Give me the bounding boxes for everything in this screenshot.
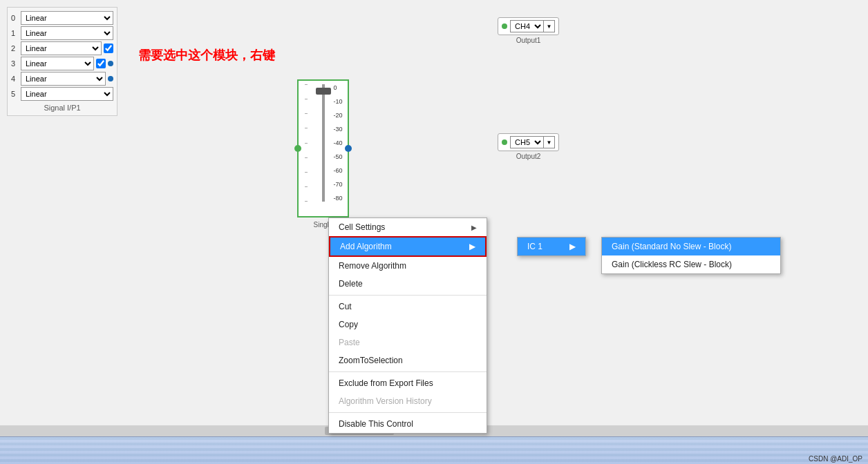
panel-row-1: 1 Linear xyxy=(11,26,113,40)
panel-row-0: 0 Linear xyxy=(11,11,113,25)
submenu-gain-clickless[interactable]: Gain (Clickless RC Slew - Block) xyxy=(602,255,780,273)
slider-label-8: -80 xyxy=(333,195,342,202)
row-checkbox-2[interactable] xyxy=(104,44,113,53)
row-select-3[interactable]: Linear xyxy=(21,57,94,70)
separator-1 xyxy=(329,295,487,296)
row-select-1[interactable]: Linear xyxy=(21,26,113,40)
add-algorithm-arrow: ▶ xyxy=(469,242,475,251)
output-block-2: CH5 ▼ Output2 xyxy=(498,133,559,160)
row-number-1: 1 xyxy=(11,29,21,37)
slider-container: 0 -10 -20 -30 -40 -50 -60 -70 -80 xyxy=(303,84,344,202)
output-name-1: Output1 xyxy=(516,37,541,44)
panel-row-2: 2 Linear xyxy=(11,41,113,55)
delete-label: Delete xyxy=(339,279,363,289)
context-menu-remove-algorithm[interactable]: Remove Algorithm xyxy=(329,257,487,275)
zoom-label: ZoomToSelection xyxy=(339,356,403,365)
submenu-ic1-item[interactable]: IC 1 ▶ xyxy=(518,238,585,255)
status-bar: CSDN @ADI_OP xyxy=(0,436,868,464)
context-menu-version: Algorithm Version History xyxy=(329,392,487,410)
cut-label: Cut xyxy=(339,302,352,311)
slider-label-4: -40 xyxy=(333,139,342,146)
version-label: Algorithm Version History xyxy=(339,396,432,406)
separator-3 xyxy=(329,412,487,413)
add-algorithm-label[interactable]: Add Algorithm ▶ xyxy=(330,238,485,255)
row-dot-3 xyxy=(108,61,113,66)
output-select-1[interactable]: CH4 xyxy=(510,20,544,32)
signal-connector-left xyxy=(294,145,301,152)
status-bar-stripes xyxy=(0,437,868,464)
context-menu-exclude[interactable]: Exclude from Export Files xyxy=(329,374,487,392)
copy-label: Copy xyxy=(339,320,358,329)
row-select-4[interactable]: Linear xyxy=(21,72,106,86)
ic1-label: IC 1 xyxy=(527,242,542,251)
panel-row-4: 4 Linear xyxy=(11,72,113,86)
output-select-2[interactable]: CH5 xyxy=(510,136,544,148)
slider-label-6: -60 xyxy=(333,167,342,174)
output-block-inner-1: CH4 ▼ xyxy=(498,17,559,35)
output-name-2: Output2 xyxy=(516,153,541,160)
output-block-inner-2: CH5 ▼ xyxy=(498,133,559,151)
slider-ticks-left xyxy=(305,84,308,202)
slider-label-0: 0 xyxy=(333,84,342,91)
row-number-5: 5 xyxy=(11,90,21,98)
ic1-arrow: ▶ xyxy=(569,242,576,251)
panel-row-3: 3 Linear xyxy=(11,57,113,70)
row-select-5[interactable]: Linear xyxy=(21,87,113,101)
row-number-0: 0 xyxy=(11,14,21,22)
signal-module[interactable]: 0 -10 -20 -30 -40 -50 -60 -70 -80 Single xyxy=(297,79,349,218)
slider-label-7: -70 xyxy=(333,181,342,188)
slider-track xyxy=(322,84,325,202)
output-block-1: CH4 ▼ Output1 xyxy=(498,17,559,44)
context-menu-disable[interactable]: Disable This Control xyxy=(329,415,487,433)
context-menu-paste: Paste xyxy=(329,334,487,351)
disable-label: Disable This Control xyxy=(339,419,413,429)
exclude-label: Exclude from Export Files xyxy=(339,378,433,388)
submenu-gain-standard[interactable]: Gain (Standard No Slew - Block) xyxy=(602,238,780,255)
slider-label-1: -10 xyxy=(333,98,342,105)
slider-label-5: -50 xyxy=(333,153,342,160)
slider-labels: 0 -10 -20 -30 -40 -50 -60 -70 -80 xyxy=(333,84,342,202)
submenu-ic1: IC 1 ▶ xyxy=(517,237,586,256)
row-select-0[interactable]: Linear xyxy=(21,11,113,25)
context-menu-copy[interactable]: Copy xyxy=(329,316,487,334)
output-dropdown-btn-2[interactable]: ▼ xyxy=(544,136,555,148)
cell-settings-label: Cell Settings xyxy=(339,222,385,232)
left-panel: 0 Linear 1 Linear 2 Linear 3 Linear xyxy=(7,7,117,116)
row-checkbox-3[interactable] xyxy=(96,59,106,68)
slider-label-2: -20 xyxy=(333,112,342,119)
gain-clickless-label: Gain (Clickless RC Slew - Block) xyxy=(612,260,732,269)
row-select-2[interactable]: Linear xyxy=(21,41,102,55)
slider-label-3: -30 xyxy=(333,126,342,133)
add-algorithm-text: Add Algorithm xyxy=(340,242,392,251)
canvas-area: 0 Linear 1 Linear 2 Linear 3 Linear xyxy=(0,0,868,464)
remove-algorithm-label: Remove Algorithm xyxy=(339,261,406,271)
output-connector-1 xyxy=(502,23,507,29)
row-number-2: 2 xyxy=(11,44,21,52)
context-menu-zoom[interactable]: ZoomToSelection xyxy=(329,351,487,369)
separator-2 xyxy=(329,371,487,372)
status-text: CSDN @ADI_OP xyxy=(809,455,862,463)
row-number-4: 4 xyxy=(11,75,21,83)
output-dropdown-btn-1[interactable]: ▼ xyxy=(544,20,555,32)
row-number-3: 3 xyxy=(11,59,21,68)
context-menu: Cell Settings ▶ Add Algorithm ▶ Remove A… xyxy=(328,218,487,434)
add-algorithm-row[interactable]: Add Algorithm ▶ xyxy=(329,236,487,257)
context-menu-delete[interactable]: Delete xyxy=(329,275,487,293)
submenu-gain: Gain (Standard No Slew - Block) Gain (Cl… xyxy=(601,237,781,274)
annotation-text: 需要选中这个模块，右键 xyxy=(138,47,275,64)
paste-label: Paste xyxy=(339,338,360,347)
output-connector-2 xyxy=(502,139,507,145)
cell-settings-arrow: ▶ xyxy=(471,224,477,231)
context-menu-cut[interactable]: Cut xyxy=(329,298,487,316)
panel-row-5: 5 Linear xyxy=(11,87,113,101)
gain-standard-label: Gain (Standard No Slew - Block) xyxy=(612,242,731,251)
signal-connector-right xyxy=(345,145,352,152)
row-dot-4 xyxy=(108,76,113,81)
context-menu-cell-settings[interactable]: Cell Settings ▶ xyxy=(329,218,487,236)
slider-thumb[interactable] xyxy=(316,88,331,95)
panel-label: Signal I/P1 xyxy=(11,104,113,112)
